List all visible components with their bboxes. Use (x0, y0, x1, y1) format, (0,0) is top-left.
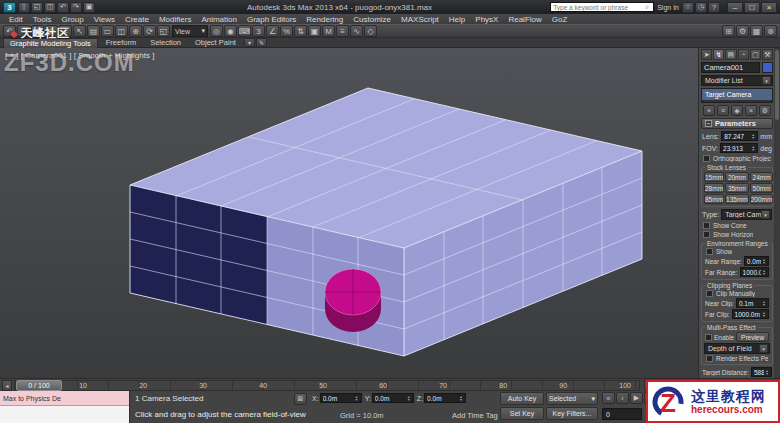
spinner-icon[interactable]: ▴▾ (458, 395, 464, 402)
spinner-icon[interactable]: ▴▾ (761, 300, 767, 307)
hierarchy-tab-icon[interactable]: ▤ (725, 49, 736, 60)
box-mesh[interactable] (130, 88, 642, 356)
project-folder-icon[interactable]: ▣ (83, 2, 95, 13)
render-setup-icon[interactable]: ⚙ (736, 25, 749, 37)
panel-scrollbar[interactable] (774, 48, 780, 378)
window-crossing-icon[interactable]: ◫ (115, 25, 128, 37)
angle-snap-icon[interactable]: ∠ (266, 25, 279, 37)
tab-freeform[interactable]: Freeform (100, 38, 142, 48)
time-slider-handle[interactable]: 0 / 100 (16, 380, 62, 391)
object-name-field[interactable]: Camera001 (701, 62, 760, 73)
listener-line[interactable] (0, 406, 129, 423)
application-menu-button[interactable]: 3 (3, 2, 16, 13)
auto-key-button[interactable]: Auto Key (500, 392, 544, 405)
go-to-start-icon[interactable]: « (602, 392, 615, 404)
menu-item[interactable]: Modifiers (154, 15, 196, 24)
env-show-checkbox[interactable] (706, 248, 713, 255)
menu-item[interactable]: Create (120, 15, 154, 24)
menu-item[interactable]: RealFlow (503, 15, 546, 24)
material-editor-icon[interactable]: ⊞ (722, 25, 735, 37)
open-file-icon[interactable]: ◱ (31, 2, 43, 13)
near-range-field[interactable]: 0.0m ▴▾ (744, 256, 769, 266)
play-icon[interactable]: ▶ (630, 392, 643, 404)
spinner-icon[interactable]: ▴▾ (354, 395, 360, 402)
save-file-icon[interactable]: ◫ (44, 2, 56, 13)
orthographic-checkbox[interactable] (703, 155, 710, 162)
spinner-icon[interactable]: ▴▾ (761, 258, 767, 265)
menu-item[interactable]: Views (89, 15, 120, 24)
help-icon[interactable]: ? (708, 2, 720, 13)
stock-lens-button[interactable]: 15mm (704, 172, 724, 182)
menu-item[interactable]: Help (444, 15, 470, 24)
far-clip-field[interactable]: 1000.0m ▴▾ (732, 309, 769, 319)
menu-item[interactable]: MAXScript (396, 15, 444, 24)
show-end-result-icon[interactable]: ≡ (717, 105, 729, 116)
menu-item[interactable]: PhysX (470, 15, 503, 24)
camera-type-dropdown[interactable]: Target Camera ▾ (721, 209, 772, 220)
previous-frame-icon[interactable]: ‹ (616, 392, 629, 404)
selection-lock-icon[interactable]: ⊠ (294, 393, 307, 405)
select-by-name-icon[interactable]: ▤ (87, 25, 100, 37)
x-coordinate-field[interactable]: 0.0m ▴▾ (320, 393, 362, 403)
stock-lens-button[interactable]: 20mm (725, 172, 749, 182)
select-and-rotate-icon[interactable]: ⟳ (143, 25, 156, 37)
mirror-icon[interactable]: M (322, 25, 335, 37)
rendered-frame-window-icon[interactable]: ▦ (750, 25, 763, 37)
redo-icon[interactable]: ↷ (70, 2, 82, 13)
clip-manually-checkbox[interactable] (706, 290, 713, 297)
object-color-swatch[interactable] (762, 62, 773, 73)
select-and-scale-icon[interactable]: ◱ (157, 25, 170, 37)
current-frame-field[interactable]: 0 (602, 408, 642, 420)
key-filters-button[interactable]: Key Filters... (546, 407, 598, 420)
spinner-icon[interactable]: ▴▾ (750, 145, 756, 152)
stock-lens-button[interactable]: 200mm (750, 194, 774, 204)
search-box[interactable]: ⌕ (550, 2, 654, 12)
spinner-icon[interactable]: ▴▾ (761, 311, 767, 318)
spinner-snap-icon[interactable]: ⇅ (294, 25, 307, 37)
minimize-button[interactable]: – (727, 2, 743, 13)
render-effects-checkbox[interactable] (706, 355, 713, 362)
remove-modifier-icon[interactable]: × (745, 105, 757, 116)
sign-in-link[interactable]: Sign In (657, 4, 679, 11)
create-tab-icon[interactable]: ➤ (701, 49, 712, 60)
spinner-icon[interactable]: ▴▾ (406, 395, 412, 402)
far-range-field[interactable]: 1000.0m ▴▾ (740, 267, 769, 277)
multi-pass-type-dropdown[interactable]: Depth of Field ▾ (704, 343, 770, 354)
snap-toggle-icon[interactable]: 3 (252, 25, 265, 37)
stock-lens-button[interactable]: 85mm (704, 194, 724, 204)
utilities-tab-icon[interactable]: ⚒ (762, 49, 773, 60)
stock-lens-button[interactable]: 24mm (750, 172, 774, 182)
camera-viewport[interactable]: [ + ] [ Camera001 ] [ Smooth + Highlight… (0, 48, 698, 378)
motion-tab-icon[interactable]: ◔ (738, 49, 749, 60)
favorites-star-icon[interactable]: ☆ (682, 2, 694, 13)
y-coordinate-field[interactable]: 0.0m ▴▾ (372, 393, 414, 403)
select-object-icon[interactable]: ↖ (73, 25, 86, 37)
configure-modifier-sets-icon[interactable]: ⚙ (759, 105, 771, 116)
macro-recorder-line[interactable]: Max to Physics De (0, 391, 129, 406)
make-unique-icon[interactable]: ◈ (731, 105, 743, 116)
menu-item[interactable]: Rendering (301, 15, 348, 24)
near-clip-field[interactable]: 0.1m ▴▾ (736, 298, 769, 308)
menu-item[interactable]: Group (56, 15, 88, 24)
show-horizon-checkbox[interactable] (703, 231, 710, 238)
key-selection-dropdown[interactable]: Selected▾ (546, 392, 598, 405)
z-coordinate-field[interactable]: 0.0m ▴▾ (424, 393, 466, 403)
keyboard-override-icon[interactable]: ⌨ (238, 25, 251, 37)
close-button[interactable]: × (761, 2, 777, 13)
select-and-move-icon[interactable]: ⊕ (129, 25, 142, 37)
stock-lens-button[interactable]: 135mm (725, 194, 749, 204)
percent-snap-icon[interactable]: % (280, 25, 293, 37)
spinner-icon[interactable]: ▴▾ (761, 269, 767, 276)
time-ruler[interactable]: 0102030405060708090100 (14, 380, 640, 391)
show-cone-checkbox[interactable] (703, 222, 710, 229)
search-input[interactable] (553, 4, 645, 11)
menu-item[interactable]: GoZ (547, 15, 573, 24)
stock-lens-button[interactable]: 50mm (750, 183, 774, 193)
menu-item[interactable]: Graph Editors (242, 15, 301, 24)
new-scene-icon[interactable]: ▯ (18, 2, 30, 13)
stack-item-target-camera[interactable]: Target Camera (702, 89, 772, 100)
reference-coordinate-dropdown[interactable]: View▾ (172, 25, 208, 37)
render-icon[interactable]: ⊛ (764, 25, 777, 37)
add-time-tag[interactable]: Add Time Tag (452, 411, 498, 420)
fov-field[interactable]: 23.913 ▴▾ (720, 143, 758, 153)
